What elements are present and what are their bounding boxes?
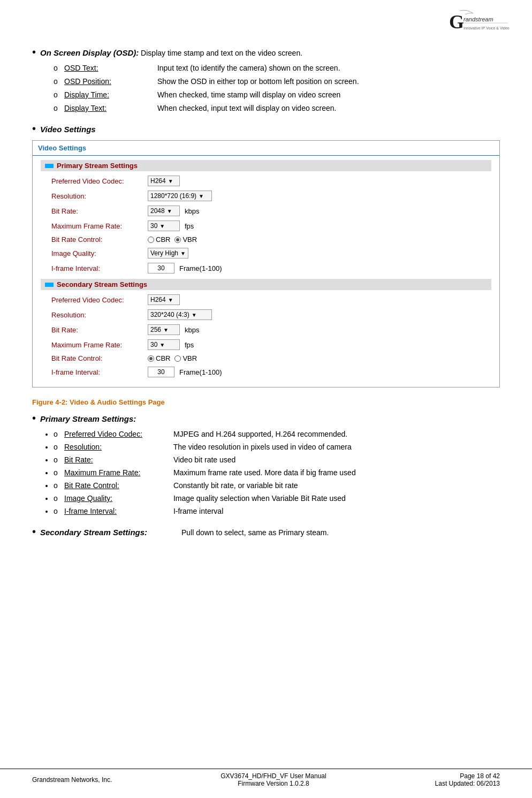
secondary-framerate-label: Maximum Frame Rate: — [51, 341, 148, 349]
secondary-bitrate-text: 256 — [150, 326, 161, 333]
primary-bitrate-control-label: Bit Rate Control: — [51, 235, 148, 244]
primary-bitrate-select[interactable]: 2048 ▼ — [148, 206, 180, 216]
list-item: Maximum Frame Rate: Maximum frame rate u… — [54, 467, 500, 478]
display-text-label: Display Text: — [64, 103, 155, 114]
secondary-cbr-label: CBR — [156, 354, 170, 362]
primary-stream-section: Primary Stream Settings Preferred Video … — [41, 160, 491, 273]
chevron-down-icon: ▼ — [180, 250, 186, 256]
primary-iframe-row: I-frame Interval: 30 Frame(1-100) — [41, 263, 491, 273]
secondary-iframe-text: 30 — [157, 368, 164, 376]
primary-quality-row: Image Quality: Very High ▼ — [41, 248, 491, 259]
primary-quality-value: Very High ▼ — [148, 248, 188, 259]
bullet-dot-3: • — [32, 412, 36, 424]
bullet-dot: • — [32, 46, 36, 58]
chevron-down-icon: ▼ — [168, 178, 173, 184]
chevron-down-icon: ▼ — [168, 297, 173, 303]
page: G randstream Innovative IP Voice & Video… — [0, 0, 532, 798]
page-footer: Grandstream Networks, Inc. GXV3674_HD/FH… — [0, 769, 532, 787]
primary-framerate-row: Maximum Frame Rate: 30 ▼ fps — [41, 221, 491, 231]
desc-resolution-text: The video resolution in pixels used in v… — [173, 443, 352, 451]
secondary-vbr-label: VBR — [183, 354, 197, 362]
secondary-resolution-row: Resolution: 320*240 (4:3) ▼ — [41, 309, 491, 320]
primary-codec-select[interactable]: H264 ▼ — [148, 176, 180, 186]
secondary-stream-section: Secondary Stream Settings Preferred Vide… — [41, 279, 491, 377]
secondary-bitrate-select[interactable]: 256 ▼ — [148, 324, 180, 335]
desc-codec-text: MJPEG and H.264 supported, H.264 recomme… — [173, 430, 347, 438]
secondary-iframe-input[interactable]: 30 — [148, 367, 174, 377]
primary-quality-label: Image Quality: — [51, 249, 148, 257]
desc-iframe-label: I-frame Interval: — [64, 506, 171, 517]
primary-stream-desc-title: Primary Stream Settings: — [40, 414, 136, 423]
secondary-resolution-select[interactable]: 320*240 (4:3) ▼ — [148, 309, 212, 320]
chevron-down-icon: ▼ — [159, 342, 165, 348]
osd-text-desc: Input text (to identify the camera) show… — [157, 64, 340, 72]
osd-title: On Screen Display (OSD): — [40, 48, 139, 57]
primary-vbr-option[interactable]: VBR — [174, 235, 197, 244]
secondary-stream-desc-section: • Secondary Stream Settings: Pull down t… — [32, 528, 500, 538]
chevron-down-icon: ▼ — [163, 327, 169, 333]
secondary-bitrate-value: 256 ▼ kbps — [148, 324, 199, 335]
primary-bitrate-control-value: CBR VBR — [148, 235, 197, 244]
secondary-framerate-select[interactable]: 30 ▼ — [148, 339, 180, 350]
video-settings-title: Video Settings — [40, 125, 96, 134]
primary-iframe-value: 30 Frame(1-100) — [148, 263, 222, 273]
secondary-iframe-row: I-frame Interval: 30 Frame(1-100) — [41, 367, 491, 377]
primary-cbr-option[interactable]: CBR — [148, 235, 170, 244]
primary-codec-value: H264 ▼ — [148, 176, 180, 186]
desc-iframe-text: I-frame interval — [173, 507, 223, 515]
osd-subtitle: Display time stamp and text on the video… — [139, 49, 302, 57]
primary-resolution-label: Resolution: — [51, 192, 148, 200]
figure-caption: Figure 4-2: Video & Audio Settings Page — [32, 398, 500, 406]
main-content: • On Screen Display (OSD): Display time … — [32, 48, 500, 538]
osd-position-desc: Show the OSD in either top or bottom lef… — [157, 77, 359, 86]
primary-resolution-select[interactable]: 1280*720 (16:9) ▼ — [148, 191, 212, 201]
secondary-vbr-radio[interactable] — [174, 355, 181, 362]
primary-iframe-input[interactable]: 30 — [148, 263, 174, 273]
secondary-stream-header: Secondary Stream Settings — [41, 279, 491, 290]
secondary-framerate-text: 30 — [150, 341, 157, 348]
primary-stream-desc-list: Preferred Video Codec: MJPEG and H.264 s… — [54, 429, 500, 517]
primary-framerate-label: Maximum Frame Rate: — [51, 222, 148, 230]
secondary-framerate-row: Maximum Frame Rate: 30 ▼ fps — [41, 339, 491, 350]
secondary-cbr-radio[interactable] — [148, 355, 154, 362]
bitrate-unit: kbps — [185, 207, 199, 215]
primary-bitrate-label: Bit Rate: — [51, 207, 148, 215]
footer-center: GXV3674_HD/FHD_VF User Manual Firmware V… — [221, 772, 326, 787]
footer-right: Page 18 of 42 Last Updated: 06/2013 — [435, 772, 500, 787]
secondary-resolution-label: Resolution: — [51, 311, 148, 319]
secondary-vbr-option[interactable]: VBR — [174, 354, 197, 362]
primary-framerate-select[interactable]: 30 ▼ — [148, 221, 180, 231]
secondary-stream-desc-title: Secondary Stream Settings: — [40, 528, 179, 537]
secondary-bitrate-control-row: Bit Rate Control: CBR VBR — [41, 354, 491, 362]
primary-bitrate-value: 2048 ▼ kbps — [148, 206, 199, 216]
display-time-label: Display Time: — [64, 89, 155, 101]
list-item: OSD Position: Show the OSD in either top… — [54, 76, 500, 87]
primary-bitrate-text: 2048 — [150, 207, 165, 215]
primary-bitrate-control-row: Bit Rate Control: CBR VBR — [41, 235, 491, 244]
secondary-codec-row: Preferred Video Codec: H264 ▼ — [41, 294, 491, 305]
primary-vbr-label: VBR — [183, 235, 197, 244]
secondary-codec-select[interactable]: H264 ▼ — [148, 294, 180, 305]
desc-resolution-label: Resolution: — [64, 442, 171, 453]
list-item: Display Time: When checked, time stamp w… — [54, 89, 500, 101]
bullet-dot-2: • — [32, 123, 36, 135]
secondary-bitrate-row: Bit Rate: 256 ▼ kbps — [41, 324, 491, 335]
secondary-iframe-unit: Frame(1-100) — [179, 368, 222, 376]
primary-quality-select[interactable]: Very High ▼ — [148, 248, 188, 259]
desc-bitrate-control-label: Bit Rate Control: — [64, 480, 171, 491]
bullet-dot-4: • — [32, 526, 36, 538]
framerate-unit: fps — [185, 222, 194, 230]
primary-codec-label: Preferred Video Codec: — [51, 177, 148, 185]
list-item: Display Text: When checked, input text w… — [54, 103, 500, 114]
primary-stream-header: Primary Stream Settings — [41, 160, 491, 171]
primary-vbr-radio[interactable] — [174, 237, 181, 243]
osd-section: • On Screen Display (OSD): Display time … — [32, 48, 500, 114]
secondary-cbr-option[interactable]: CBR — [148, 354, 170, 362]
secondary-resolution-value: 320*240 (4:3) ▼ — [148, 309, 212, 320]
primary-cbr-radio[interactable] — [148, 237, 154, 243]
secondary-bitrate-unit: kbps — [185, 326, 199, 334]
desc-quality-text: Image quality selection when Variable Bi… — [173, 494, 346, 503]
list-item: Resolution: The video resolution in pixe… — [54, 442, 500, 453]
list-item: Image Quality: Image quality selection w… — [54, 493, 500, 504]
secondary-codec-value: H264 ▼ — [148, 294, 180, 305]
